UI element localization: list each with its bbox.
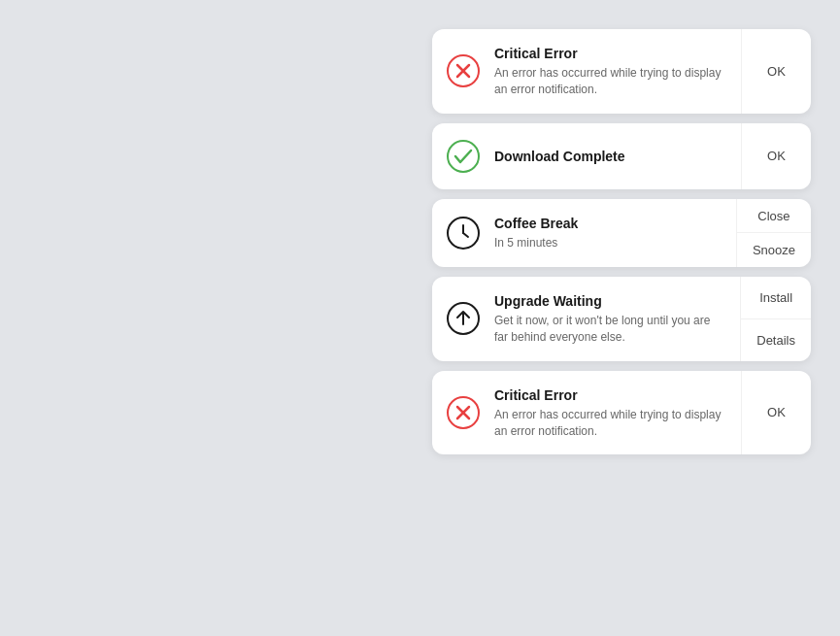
notification-card-critical-error-1: Critical ErrorAn error has occurred whil… — [432, 29, 811, 114]
action-btn-install-upgrade-waiting[interactable]: Install — [741, 277, 811, 318]
notifications-panel: Critical ErrorAn error has occurred whil… — [432, 29, 811, 454]
notification-actions-coffee-break: CloseSnooze — [736, 199, 811, 267]
action-btn-details-upgrade-waiting[interactable]: Details — [741, 318, 811, 361]
notification-title-upgrade-waiting: Upgrade Waiting — [494, 292, 726, 310]
notification-text-upgrade-waiting: Upgrade WaitingGet it now, or it won't b… — [494, 292, 726, 346]
action-btn-ok-critical-error-1[interactable]: OK — [742, 29, 811, 114]
svg-point-3 — [448, 141, 479, 172]
notification-title-coffee-break: Coffee Break — [494, 215, 722, 232]
action-btn-ok-critical-error-2[interactable]: OK — [742, 371, 811, 455]
notification-text-download-complete: Download Complete — [494, 148, 727, 165]
upload-icon — [446, 301, 481, 336]
notification-title-critical-error-2: Critical Error — [494, 386, 727, 404]
notification-card-critical-error-2: Critical ErrorAn error has occurred whil… — [432, 371, 811, 455]
notification-title-download-complete: Download Complete — [494, 148, 727, 165]
notification-body-critical-error-2: Critical ErrorAn error has occurred whil… — [432, 371, 741, 455]
notification-body-coffee-break: Coffee BreakIn 5 minutes — [432, 199, 736, 267]
clock-icon — [446, 216, 481, 251]
notification-card-download-complete: Download CompleteOK — [432, 123, 811, 189]
notification-subtitle-critical-error-1: An error has occurred while trying to di… — [494, 65, 727, 98]
notification-subtitle-coffee-break: In 5 minutes — [494, 235, 722, 251]
notification-body-download-complete: Download Complete — [432, 123, 741, 189]
notification-title-critical-error-1: Critical Error — [494, 45, 727, 62]
action-btn-ok-download-complete[interactable]: OK — [742, 123, 811, 189]
notification-actions-upgrade-waiting: InstallDetails — [740, 277, 811, 361]
notification-subtitle-critical-error-2: An error has occurred while trying to di… — [494, 407, 727, 440]
notification-card-upgrade-waiting: Upgrade WaitingGet it now, or it won't b… — [432, 277, 811, 361]
success-icon — [446, 139, 481, 174]
notification-text-coffee-break: Coffee BreakIn 5 minutes — [494, 215, 722, 251]
notification-actions-download-complete: OK — [741, 123, 811, 189]
error-icon — [446, 395, 481, 430]
error-icon — [446, 53, 481, 88]
notification-text-critical-error-1: Critical ErrorAn error has occurred whil… — [494, 45, 727, 98]
notification-text-critical-error-2: Critical ErrorAn error has occurred whil… — [494, 386, 727, 440]
notification-subtitle-upgrade-waiting: Get it now, or it won't be long until yo… — [494, 313, 726, 346]
action-btn-snooze-coffee-break[interactable]: Snooze — [737, 232, 811, 266]
notification-actions-critical-error-1: OK — [741, 29, 811, 114]
notification-card-coffee-break: Coffee BreakIn 5 minutesCloseSnooze — [432, 199, 811, 267]
notification-body-upgrade-waiting: Upgrade WaitingGet it now, or it won't b… — [432, 277, 740, 361]
action-btn-close-coffee-break[interactable]: Close — [737, 199, 811, 233]
notification-body-critical-error-1: Critical ErrorAn error has occurred whil… — [432, 29, 741, 114]
notification-actions-critical-error-2: OK — [741, 371, 811, 455]
